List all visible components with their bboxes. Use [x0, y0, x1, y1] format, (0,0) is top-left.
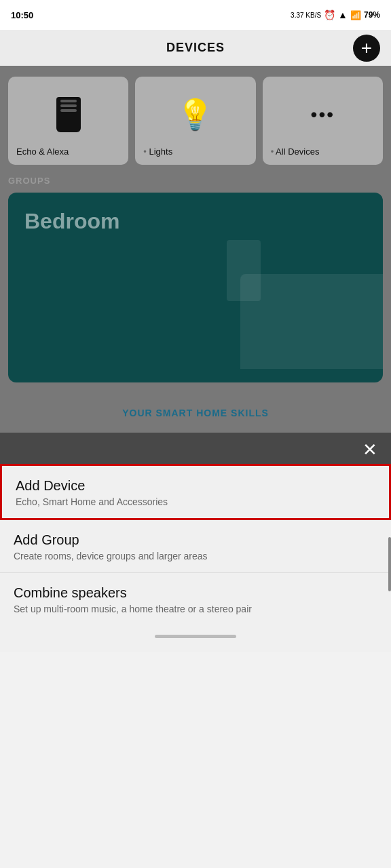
page-title: DEVICES [166, 41, 225, 55]
close-btn-row: ✕ [0, 433, 391, 464]
add-device-item[interactable]: Add Device Echo, Smart Home and Accessor… [0, 464, 391, 520]
combine-speakers-subtitle: Set up multi-room music, a home theatre … [14, 604, 377, 614]
time-display: 10:50 [11, 10, 33, 20]
all-devices-label: • All Devices [271, 146, 320, 157]
echo-line-3 [60, 109, 77, 112]
echo-device-icon [56, 97, 81, 132]
categories-section: Echo & Alexa 💡 • Lights ••• • All Device… [0, 66, 391, 176]
bedroom-title: Bedroom [24, 209, 119, 234]
skills-section[interactable]: YOUR SMART HOME SKILLS [0, 393, 391, 433]
lights-label: • Lights [143, 146, 172, 157]
add-button[interactable]: + [353, 35, 380, 62]
battery-display: 79% [364, 10, 380, 20]
add-group-title: Add Group [14, 532, 377, 548]
bedroom-card[interactable]: Bedroom [8, 193, 383, 382]
bottom-handle [0, 625, 391, 652]
headboard-shape [227, 240, 261, 301]
wifi-icon: ▲ [338, 9, 348, 20]
add-device-title: Add Device [16, 478, 375, 494]
category-card-all-devices[interactable]: ••• • All Devices [263, 77, 383, 165]
combine-speakers-item[interactable]: Combine speakers Set up multi-room music… [0, 573, 391, 625]
bulb-icon-area: 💡 [143, 87, 247, 141]
status-bar: 10:50 3.37 KB/S ⏰ ▲ 📶 79% [0, 0, 391, 30]
add-device-subtitle: Echo, Smart Home and Accessories [16, 496, 375, 507]
category-card-lights[interactable]: 💡 • Lights [135, 77, 255, 165]
dots-icon-area: ••• [271, 87, 375, 141]
bed-shape [240, 274, 383, 369]
bedroom-furniture [121, 269, 383, 382]
echo-alexa-label: Echo & Alexa [16, 146, 69, 157]
all-devices-dot: • [271, 146, 276, 157]
echo-icon-area [16, 87, 120, 141]
scrollbar [388, 537, 391, 591]
handle-bar [155, 635, 236, 638]
groups-label: GROUPS [8, 176, 383, 186]
bottom-sheet: Add Device Echo, Smart Home and Accessor… [0, 464, 391, 652]
category-card-echo-alexa[interactable]: Echo & Alexa [8, 77, 128, 165]
categories-row: Echo & Alexa 💡 • Lights ••• • All Device… [8, 77, 383, 165]
signal-icon: 📶 [350, 10, 361, 20]
alarm-icon: ⏰ [324, 9, 335, 20]
status-icons: 3.37 KB/S ⏰ ▲ 📶 79% [291, 9, 380, 20]
echo-line-1 [60, 100, 77, 102]
add-group-subtitle: Create rooms, device groups and larger a… [14, 551, 377, 561]
echo-line-2 [60, 104, 77, 107]
skills-text: YOUR SMART HOME SKILLS [122, 408, 269, 418]
status-time: 10:50 [11, 10, 33, 20]
lightbulb-icon: 💡 [176, 97, 214, 132]
groups-section: GROUPS Bedroom [0, 176, 391, 393]
close-button[interactable]: ✕ [362, 441, 377, 458]
devices-header: DEVICES + [0, 30, 391, 66]
main-content: DEVICES + Echo & Alexa 💡 [0, 30, 391, 464]
lights-dot: • [143, 146, 149, 157]
more-dots-icon: ••• [311, 104, 335, 125]
add-group-item[interactable]: Add Group Create rooms, device groups an… [0, 520, 391, 573]
combine-speakers-title: Combine speakers [14, 585, 377, 601]
data-speed-label: 3.37 KB/S [291, 12, 321, 19]
